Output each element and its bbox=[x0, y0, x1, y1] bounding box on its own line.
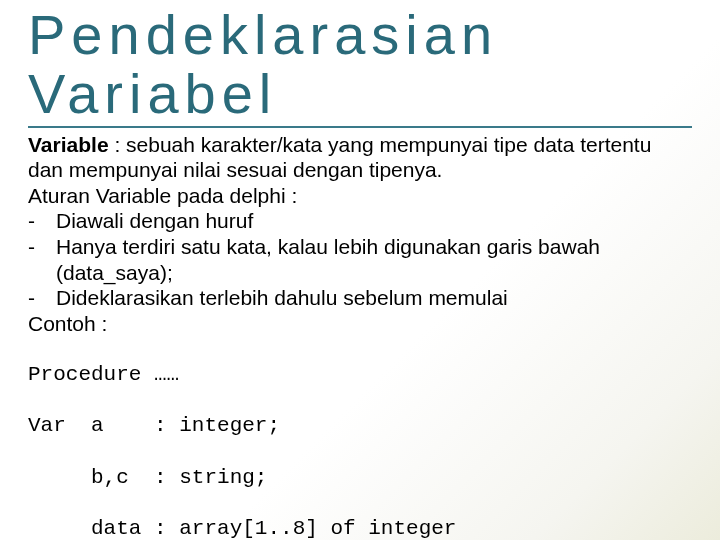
bullet-text: Dideklarasikan terlebih dahulu sebelum m… bbox=[56, 285, 692, 311]
bullet-item: - Hanya terdiri satu kata, kalau lebih d… bbox=[28, 234, 692, 285]
rules-heading: Aturan Variable pada delphi : bbox=[28, 183, 692, 209]
code-block: Procedure …… Var a : integer; b,c : stri… bbox=[28, 336, 692, 540]
code-line: b,c : string; bbox=[28, 465, 692, 491]
slide-title: Pendeklarasian Variabel bbox=[28, 0, 692, 128]
dash-icon: - bbox=[28, 208, 56, 234]
definition-text: : sebuah karakter/kata yang mempunyai ti… bbox=[28, 133, 651, 182]
paragraph-definition: Variable : sebuah karakter/kata yang mem… bbox=[28, 132, 692, 183]
code-line: Var a : integer; bbox=[28, 413, 692, 439]
bullet-text: Diawali dengan huruf bbox=[56, 208, 692, 234]
code-line: data : array[1..8] of integer bbox=[28, 516, 692, 540]
bullet-item: - Dideklarasikan terlebih dahulu sebelum… bbox=[28, 285, 692, 311]
term-variable: Variable bbox=[28, 133, 109, 156]
bullet-text: Hanya terdiri satu kata, kalau lebih dig… bbox=[56, 234, 692, 285]
example-heading: Contoh : bbox=[28, 311, 692, 337]
slide-body: Variable : sebuah karakter/kata yang mem… bbox=[28, 130, 692, 540]
dash-icon: - bbox=[28, 234, 56, 285]
code-line: Procedure …… bbox=[28, 362, 692, 388]
dash-icon: - bbox=[28, 285, 56, 311]
bullet-item: - Diawali dengan huruf bbox=[28, 208, 692, 234]
slide: Pendeklarasian Variabel Variable : sebua… bbox=[0, 0, 720, 540]
